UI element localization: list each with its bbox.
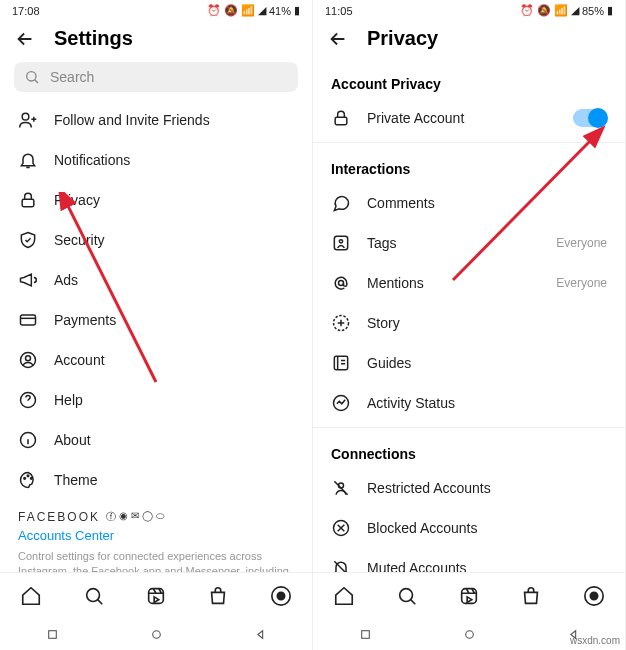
- row-label: Muted Accounts: [367, 560, 607, 572]
- comment-icon: [331, 193, 351, 213]
- row-ads[interactable]: Ads: [0, 260, 312, 300]
- row-label: Guides: [367, 355, 607, 371]
- battery-icon: ▮: [607, 4, 613, 17]
- plus-circle-icon: [331, 313, 351, 333]
- row-account[interactable]: Account: [0, 340, 312, 380]
- svg-point-9: [27, 475, 29, 477]
- settings-list: Follow and Invite Friends Notifications …: [0, 100, 312, 572]
- search-icon[interactable]: [83, 585, 105, 607]
- lock-icon: [331, 108, 351, 128]
- profile-icon[interactable]: [583, 585, 605, 607]
- blocked-icon: [331, 518, 351, 538]
- accounts-center-link[interactable]: Accounts Center: [0, 526, 312, 549]
- row-label: Tags: [367, 235, 540, 251]
- at-icon: [331, 273, 351, 293]
- row-theme[interactable]: Theme: [0, 460, 312, 500]
- row-label: Blocked Accounts: [367, 520, 607, 536]
- search-icon[interactable]: [396, 585, 418, 607]
- header: Privacy: [313, 19, 625, 62]
- row-blocked[interactable]: Blocked Accounts: [313, 508, 625, 548]
- battery-icon: ▮: [294, 4, 300, 17]
- svg-rect-18: [335, 117, 347, 125]
- row-label: Privacy: [54, 192, 294, 208]
- megaphone-icon: [18, 270, 38, 290]
- page-title: Privacy: [367, 27, 438, 50]
- row-label: Help: [54, 392, 294, 408]
- svg-point-20: [339, 240, 342, 243]
- svg-point-29: [399, 588, 412, 601]
- svg-point-8: [24, 478, 26, 480]
- search-input[interactable]: Search: [14, 62, 298, 92]
- home-key[interactable]: [149, 627, 163, 641]
- row-about[interactable]: About: [0, 420, 312, 460]
- home-key[interactable]: [462, 627, 476, 641]
- shop-icon[interactable]: [207, 585, 229, 607]
- private-account-toggle[interactable]: [573, 109, 607, 127]
- svg-rect-15: [48, 630, 56, 638]
- row-label: Notifications: [54, 152, 294, 168]
- row-privacy[interactable]: Privacy: [0, 180, 312, 220]
- mute-icon: 🔕: [537, 4, 551, 17]
- reels-icon[interactable]: [458, 585, 480, 607]
- wifi-icon: 📶: [241, 4, 255, 17]
- row-activity-status[interactable]: Activity Status: [313, 383, 625, 423]
- row-tags[interactable]: Tags Everyone: [313, 223, 625, 263]
- privacy-screen: 11:05 ⏰ 🔕 📶 ◢ 85% ▮ Privacy Account Priv…: [313, 0, 626, 650]
- user-circle-icon: [18, 350, 38, 370]
- palette-icon: [18, 470, 38, 490]
- user-plus-icon: [18, 110, 38, 130]
- row-help[interactable]: Help: [0, 380, 312, 420]
- svg-rect-3: [21, 315, 36, 325]
- row-label: Private Account: [367, 110, 557, 126]
- home-icon[interactable]: [20, 585, 42, 607]
- bell-icon: [18, 150, 38, 170]
- guides-icon: [331, 353, 351, 373]
- row-story[interactable]: Story: [313, 303, 625, 343]
- profile-icon[interactable]: [270, 585, 292, 607]
- signal-icon: ◢: [258, 4, 266, 17]
- row-value: Everyone: [556, 236, 607, 250]
- svg-point-5: [26, 356, 31, 361]
- divider: [313, 427, 625, 428]
- shop-icon[interactable]: [520, 585, 542, 607]
- svg-point-34: [465, 630, 473, 638]
- muted-icon: [331, 558, 351, 572]
- status-time: 11:05: [325, 5, 353, 17]
- card-icon: [18, 310, 38, 330]
- row-security[interactable]: Security: [0, 220, 312, 260]
- row-muted[interactable]: Muted Accounts: [313, 548, 625, 572]
- row-follow-invite[interactable]: Follow and Invite Friends: [0, 100, 312, 140]
- row-restricted[interactable]: Restricted Accounts: [313, 468, 625, 508]
- row-payments[interactable]: Payments: [0, 300, 312, 340]
- reels-icon[interactable]: [145, 585, 167, 607]
- status-time: 17:08: [12, 5, 40, 17]
- row-mentions[interactable]: Mentions Everyone: [313, 263, 625, 303]
- alarm-icon: ⏰: [520, 4, 534, 17]
- row-private-account[interactable]: Private Account: [313, 98, 625, 138]
- android-softkeys: [0, 618, 312, 650]
- row-notifications[interactable]: Notifications: [0, 140, 312, 180]
- recent-apps-key[interactable]: [45, 627, 59, 641]
- status-right: ⏰ 🔕 📶 ◢ 41% ▮: [207, 4, 300, 17]
- row-label: Follow and Invite Friends: [54, 112, 294, 128]
- row-label: Activity Status: [367, 395, 607, 411]
- row-guides[interactable]: Guides: [313, 343, 625, 383]
- back-icon[interactable]: [14, 28, 36, 50]
- recent-apps-key[interactable]: [358, 627, 372, 641]
- row-label: Story: [367, 315, 607, 331]
- svg-rect-23: [334, 356, 347, 369]
- status-bar: 11:05 ⏰ 🔕 📶 ◢ 85% ▮: [313, 0, 625, 19]
- privacy-list: Account Privacy Private Account Interact…: [313, 62, 625, 572]
- home-icon[interactable]: [333, 585, 355, 607]
- status-right: ⏰ 🔕 📶 ◢ 85% ▮: [520, 4, 613, 17]
- back-icon[interactable]: [327, 28, 349, 50]
- divider: [313, 142, 625, 143]
- battery-percent: 41%: [269, 5, 291, 17]
- row-comments[interactable]: Comments: [313, 183, 625, 223]
- back-key[interactable]: [253, 627, 267, 641]
- row-value: Everyone: [556, 276, 607, 290]
- shield-icon: [18, 230, 38, 250]
- page-title: Settings: [54, 27, 133, 50]
- section-interactions: Interactions: [313, 147, 625, 183]
- help-icon: [18, 390, 38, 410]
